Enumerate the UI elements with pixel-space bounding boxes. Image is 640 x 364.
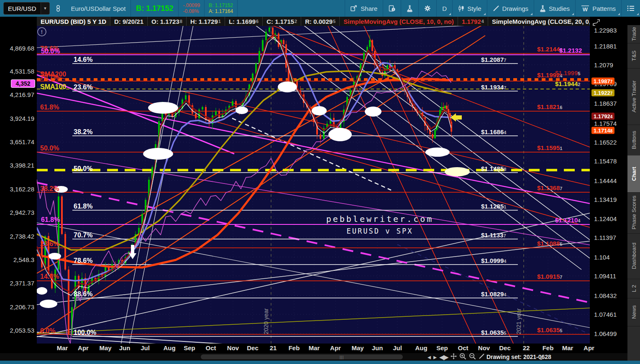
- fib-price-label-darkred: $1.19995: [555, 69, 580, 76]
- highlight-ellipse[interactable]: [445, 167, 470, 176]
- x-axis-month: Feb: [543, 344, 554, 351]
- drawing-set-caret-icon[interactable]: [540, 357, 542, 360]
- patterns-button[interactable]: WPatterns: [576, 0, 621, 17]
- header-segment: 1.17924: [458, 17, 488, 26]
- share-button[interactable]: Share: [345, 0, 383, 17]
- highlight-ellipse[interactable]: [425, 148, 450, 157]
- sidebar-tab-news[interactable]: News: [627, 298, 640, 326]
- flask-icon: [540, 5, 546, 12]
- percent-change: -0.08%: [183, 8, 200, 14]
- left-axis-tick: 2,206.73: [10, 303, 34, 311]
- pan-icon[interactable]: [451, 353, 457, 361]
- ask-quote: A: 1.17164: [209, 8, 233, 14]
- fib-price-label-yellow: $1.19442: [555, 80, 580, 87]
- fib-price-label-white: $1.12851: [481, 203, 506, 210]
- sidebar-tab-t-s[interactable]: T&S: [627, 43, 640, 69]
- right-axis-tick: 1.2079: [594, 61, 613, 69]
- menu-button[interactable]: [622, 0, 640, 17]
- fib-price-label-red: $1.06355: [537, 326, 562, 333]
- right-gadget-sidebar: TradeT&SActive TraderButtonsChartPhase S…: [627, 25, 640, 361]
- beaker-button[interactable]: [401, 0, 418, 17]
- chart-scrollbar[interactable]: |||: [201, 354, 403, 359]
- x-axis-month: Mar: [562, 344, 573, 351]
- scrollbar-handle[interactable]: |||: [340, 355, 344, 359]
- left-axis-tick: 3,398.21: [10, 162, 34, 169]
- left-axis-tick: 3,162.28: [10, 186, 34, 193]
- studies-button[interactable]: Studies: [534, 0, 575, 17]
- fib-price-label-red: $1.13687: [537, 184, 562, 191]
- settings-button[interactable]: [419, 0, 436, 17]
- fib-price-label-red: $1.09157: [537, 273, 562, 280]
- time-axis[interactable]: MarAprMayJunJulAugSepOctNovDec21FebMarAp…: [0, 344, 640, 353]
- chart-plot-area[interactable]: 2020 year2021 year14.6%$1.2087723.6%$1.1…: [37, 26, 590, 344]
- highlight-ellipse[interactable]: [312, 106, 327, 115]
- highlight-ellipse[interactable]: [365, 107, 381, 117]
- symbol-input[interactable]: EUR/USD: [4, 5, 41, 12]
- x-axis-month: Jul: [393, 344, 402, 351]
- step-left-icon[interactable]: ◂: [428, 353, 431, 361]
- chevron-down-icon[interactable]: ▼: [41, 3, 50, 14]
- highlight-ellipse[interactable]: [278, 81, 297, 92]
- sidebar-tab-chart[interactable]: Chart: [627, 155, 640, 193]
- sidebar-tab-buttons[interactable]: Buttons: [627, 125, 640, 156]
- x-axis-month: Dec: [247, 344, 259, 351]
- header-segment: L: 1.16996: [225, 17, 263, 26]
- right-price-axis[interactable]: 1.229831.218811.20791.197091.186371.1757…: [590, 17, 627, 361]
- sidebar-tab-l-2[interactable]: L 2: [627, 279, 640, 298]
- left-axis-tick: 3,651.74: [10, 138, 34, 145]
- right-axis-tick: 1.06499: [594, 330, 617, 337]
- chart-canvas[interactable]: 2020 year2021 year14.6%$1.2087723.6%$1.1…: [37, 26, 590, 344]
- draw-line-icon[interactable]: [479, 353, 485, 361]
- highlight-ellipse[interactable]: [328, 128, 352, 141]
- fib-price-label-red: $1.21441: [537, 46, 562, 53]
- bid-ask-stack: B: 1.17152 A: 1.17164: [205, 3, 237, 14]
- fib-price-label-red: $1.10885: [537, 240, 562, 247]
- interval-button[interactable]: D: [437, 0, 452, 17]
- style-button[interactable]: Style: [453, 0, 486, 17]
- right-axis-tick: 1.08432: [594, 292, 617, 299]
- jump-end-icon[interactable]: ◀▶: [439, 353, 448, 361]
- zoom-in-icon[interactable]: [459, 353, 466, 361]
- highlight-ellipse[interactable]: [49, 253, 61, 260]
- note-button[interactable]: i: [383, 0, 401, 17]
- svg-text:W: W: [583, 6, 588, 12]
- fib-price-label-white: $1.11337: [481, 232, 506, 239]
- x-axis-month: May: [99, 344, 111, 351]
- highlight-ellipse[interactable]: [148, 102, 178, 114]
- highlight-ellipse[interactable]: [37, 287, 47, 295]
- x-axis-month: Jun: [119, 344, 131, 351]
- highlight-ellipse[interactable]: [236, 107, 248, 114]
- sidebar-tab-dashboard[interactable]: Dashboard: [627, 233, 640, 279]
- x-axis-month: Nov: [227, 344, 239, 351]
- sidebar-tab-phase-scores[interactable]: Phase Scores: [627, 192, 640, 234]
- spx-current-badge: 4,352: [11, 79, 35, 88]
- svg-text:i: i: [393, 8, 394, 11]
- price-marker-box: 1.19877: [591, 78, 614, 85]
- x-axis-month: 21: [270, 344, 277, 351]
- highlight-ellipse[interactable]: [143, 148, 173, 160]
- link-icon[interactable]: [55, 5, 61, 12]
- drawings-button[interactable]: Drawings: [487, 0, 534, 17]
- zoom-out-icon[interactable]: [469, 353, 476, 361]
- x-axis-month: Apr: [78, 344, 89, 351]
- fib-pct-label-white: 88.6%: [74, 290, 92, 298]
- left-axis-tick: 2,548.3: [13, 256, 34, 263]
- studies-label: Studies: [549, 5, 570, 12]
- sidebar-tab-active-trader[interactable]: Active Trader: [627, 68, 640, 125]
- price-marker-box: 1.17924: [591, 113, 614, 120]
- left-axis-tick: 2,053.53: [10, 327, 34, 334]
- highlight-ellipse[interactable]: [40, 300, 57, 308]
- right-axis-tick: 1.18637: [594, 100, 617, 107]
- year-label: 2020 year: [263, 308, 269, 334]
- fib-price-label-red: $1.18216: [537, 103, 562, 110]
- right-axis-tick: 1.21881: [594, 43, 617, 50]
- fib-price-label-white: $1.20877: [481, 56, 506, 63]
- sidebar-tab-trade[interactable]: Trade: [627, 25, 640, 43]
- x-axis-month: Dec: [499, 344, 511, 351]
- step-right-icon[interactable]: ▸: [433, 353, 437, 361]
- fib-price-label-red: $1.15951: [537, 144, 562, 151]
- note-icon: i: [389, 5, 395, 12]
- symbol-selector[interactable]: EUR/USD ▼: [3, 2, 50, 15]
- left-price-axis-spx[interactable]: 4,869.684,531.584,216.973,924.193,651.74…: [0, 17, 37, 361]
- fib-price-label-white: $1.08294: [481, 290, 507, 298]
